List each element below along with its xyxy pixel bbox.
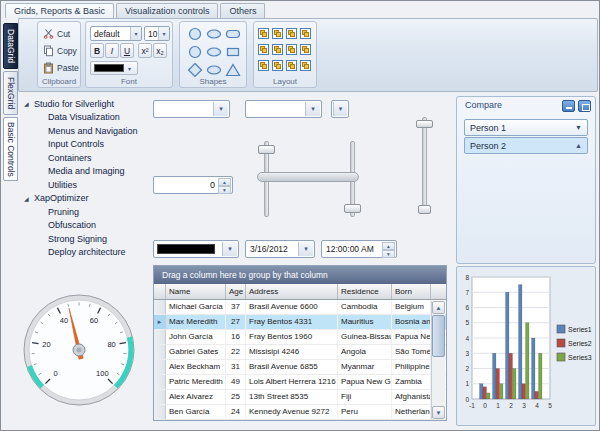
numeric-updown[interactable]: 0 ▴ ▾ (153, 176, 233, 194)
spin-up-icon[interactable]: ▴ (382, 242, 395, 250)
row-selector-cell[interactable] (154, 360, 166, 374)
layout-option-icon[interactable] (258, 44, 269, 55)
ellipse-shape-icon[interactable] (204, 43, 223, 61)
vertical-scrollbar[interactable]: ▲ ▼ (431, 301, 445, 419)
table-row[interactable]: ▸Max Meredith27Fray Bentos 4331Mauritius… (154, 315, 446, 330)
minimize-icon[interactable] (562, 100, 575, 112)
column-header-name[interactable]: Name (166, 284, 226, 299)
chevron-down-icon[interactable]: ▾ (130, 27, 141, 40)
chevron-down-icon[interactable]: ▾ (158, 27, 169, 40)
underline-button[interactable]: U (120, 43, 134, 58)
chevron-down-icon[interactable]: ▾ (305, 102, 320, 116)
slider-thumb[interactable] (344, 204, 361, 213)
tree-item[interactable]: Strong Signing (23, 232, 151, 246)
circle-shape-icon[interactable] (185, 25, 204, 43)
row-selector-cell[interactable] (154, 300, 166, 314)
layout-option-icon[interactable] (258, 28, 269, 39)
tab-visualization-controls[interactable]: Visualization controls (116, 3, 218, 18)
bold-button[interactable]: B (90, 43, 104, 58)
chevron-down-icon[interactable]: ▾ (298, 242, 313, 256)
person-1-expander[interactable]: Person 1 ▼ (464, 119, 588, 136)
tree-item[interactable]: Deploy architecture (23, 246, 151, 260)
layout-option-icon[interactable] (258, 60, 269, 71)
color-picker[interactable]: ▾ (153, 240, 239, 258)
side-tab-datagrid[interactable]: DataGrid (3, 23, 18, 69)
font-family-combo[interactable]: default ▾ (90, 26, 142, 41)
time-picker[interactable]: 12:00:00 AM ▴ ▾ (321, 240, 397, 258)
superscript-button[interactable]: x² (138, 43, 152, 58)
layout-option-icon[interactable] (286, 44, 297, 55)
layout-option-icon[interactable] (286, 60, 297, 71)
tree-item[interactable]: Containers (23, 151, 151, 165)
paste-button[interactable]: Paste (40, 60, 82, 75)
table-row[interactable]: Alex Alvarez2513th Street 8535FijiAfghan… (154, 390, 446, 405)
group-by-bar[interactable]: Drag a column here to group by that colu… (154, 266, 446, 284)
side-tab-flexgrid[interactable]: FlexGrid (3, 71, 18, 115)
font-size-combo[interactable]: 10 ▾ (144, 26, 170, 41)
slider-thumb[interactable] (258, 145, 275, 154)
tree-item[interactable]: Menus and Navigation (23, 124, 151, 138)
dropdown-button[interactable]: ▾ (331, 100, 349, 118)
layout-option-icon[interactable] (286, 28, 297, 39)
spin-up-icon[interactable]: ▴ (218, 178, 231, 186)
layout-option-icon[interactable] (272, 44, 283, 55)
slider-thumb[interactable] (416, 120, 433, 128)
row-selector-cell[interactable] (154, 375, 166, 389)
person-2-expander[interactable]: Person 2 ▲ (464, 137, 588, 154)
slider-end-cap[interactable] (418, 205, 431, 214)
date-picker[interactable]: 3/16/2012 ▾ (245, 240, 315, 258)
row-selector-cell[interactable] (154, 405, 166, 419)
combobox-2[interactable]: ▾ (245, 100, 322, 118)
table-row[interactable]: Alex Beckham31Brasil Avenue 6855MyanmarP… (154, 360, 446, 375)
table-row[interactable]: John García16Fray Bentos 1960Guinea-Biss… (154, 330, 446, 345)
subscript-button[interactable]: x₂ (153, 43, 167, 58)
table-row[interactable]: Michael García37Brasil Avenue 6600Cambod… (154, 300, 446, 315)
combobox-1[interactable]: ▾ (153, 100, 230, 118)
tree-expander-icon[interactable]: ◢ (24, 100, 34, 107)
rectangle-shape-icon[interactable] (223, 43, 242, 61)
column-header-born[interactable]: Born (392, 284, 431, 299)
circle-shape-icon[interactable] (185, 43, 204, 61)
tree-item[interactable]: Media and Imaging (23, 165, 151, 179)
tree-expander-icon[interactable]: ◢ (24, 195, 34, 202)
tree-item[interactable]: Data Visualization (23, 111, 151, 125)
vertical-slider-far-track[interactable] (422, 117, 427, 214)
tree-item[interactable]: Pruning (23, 205, 151, 219)
italic-button[interactable]: I (105, 43, 119, 58)
row-selector-cell[interactable] (154, 390, 166, 404)
chevron-down-icon[interactable]: ▾ (213, 102, 228, 116)
chevron-down-icon[interactable]: ▾ (333, 102, 347, 116)
table-row[interactable]: Ben García24Kennedy Avenue 9272PeruNethe… (154, 405, 446, 420)
horizontal-slider-track[interactable] (257, 172, 359, 182)
scroll-down-icon[interactable]: ▼ (432, 406, 445, 419)
tree-item[interactable]: Utilities (23, 178, 151, 192)
spin-down-icon[interactable]: ▾ (218, 186, 231, 194)
spin-down-icon[interactable]: ▾ (382, 250, 395, 258)
row-selector-cell[interactable] (154, 330, 166, 344)
row-selector-cell[interactable] (154, 345, 166, 359)
tree-node[interactable]: ◢XapOptimizer (23, 192, 151, 206)
copy-button[interactable]: Copy (40, 43, 80, 58)
row-selector-cell[interactable]: ▸ (154, 315, 166, 329)
tree-item[interactable]: Input Controls (23, 138, 151, 152)
tree-node[interactable]: ◢Studio for Silverlight (23, 97, 151, 111)
column-header-age[interactable]: Age (226, 284, 246, 299)
side-tab-basic-controls[interactable]: Basic Controls (3, 117, 18, 181)
tab-grids-reports-basic[interactable]: Grids, Reports & Basic (5, 3, 114, 18)
pill-shape-icon[interactable] (223, 25, 242, 43)
layout-option-icon[interactable] (300, 60, 311, 71)
table-row[interactable]: Patric Meredith49Lois Albert Herrera 121… (154, 375, 446, 390)
column-header-residence[interactable]: Residence (338, 284, 392, 299)
layout-option-icon[interactable] (272, 28, 283, 39)
scroll-up-icon[interactable]: ▲ (432, 301, 445, 314)
ellipse-shape-icon[interactable] (204, 25, 223, 43)
layout-option-icon[interactable] (300, 28, 311, 39)
scrollbar-thumb[interactable] (432, 315, 445, 357)
column-header-address[interactable]: Address (246, 284, 338, 299)
maximize-icon[interactable] (578, 100, 591, 112)
cut-button[interactable]: Cut (40, 26, 73, 41)
tab-others[interactable]: Others (220, 3, 265, 18)
chevron-down-icon[interactable]: ▾ (222, 242, 237, 256)
layout-option-icon[interactable] (300, 44, 311, 55)
font-color-button[interactable]: ▾ (90, 61, 138, 75)
